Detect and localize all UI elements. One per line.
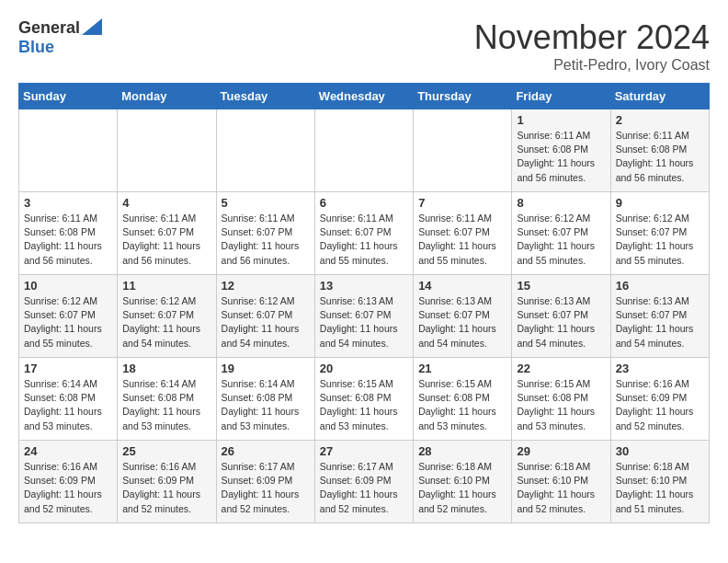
day-number: 17 <box>24 362 112 375</box>
weekday-header-row: SundayMondayTuesdayWednesdayThursdayFrid… <box>19 84 710 109</box>
day-number: 8 <box>517 196 605 210</box>
day-number: 29 <box>517 444 605 458</box>
calendar-cell: 29Sunrise: 6:18 AMSunset: 6:10 PMDayligh… <box>512 441 610 523</box>
weekday-header-saturday: Saturday <box>610 84 709 109</box>
calendar-cell: 1Sunrise: 6:11 AMSunset: 6:08 PMDaylight… <box>512 109 610 192</box>
day-info: Sunrise: 6:13 AMSunset: 6:07 PMDaylight:… <box>517 294 605 350</box>
calendar-cell: 10Sunrise: 6:12 AMSunset: 6:07 PMDayligh… <box>19 275 118 358</box>
day-number: 25 <box>122 444 210 458</box>
calendar-cell: 14Sunrise: 6:13 AMSunset: 6:07 PMDayligh… <box>414 275 512 358</box>
weekday-header-sunday: Sunday <box>19 84 118 109</box>
day-number: 5 <box>222 196 310 210</box>
calendar-cell: 22Sunrise: 6:15 AMSunset: 6:08 PMDayligh… <box>512 358 610 441</box>
calendar-cell: 7Sunrise: 6:11 AMSunset: 6:07 PMDaylight… <box>414 192 512 275</box>
day-info: Sunrise: 6:16 AMSunset: 6:09 PMDaylight:… <box>122 460 210 516</box>
day-info: Sunrise: 6:15 AMSunset: 6:08 PMDaylight:… <box>517 377 605 433</box>
day-info: Sunrise: 6:12 AMSunset: 6:07 PMDaylight:… <box>517 212 605 268</box>
day-info: Sunrise: 6:16 AMSunset: 6:09 PMDaylight:… <box>24 460 112 516</box>
calendar-cell: 19Sunrise: 6:14 AMSunset: 6:08 PMDayligh… <box>216 358 314 441</box>
day-number: 10 <box>24 279 112 293</box>
day-info: Sunrise: 6:11 AMSunset: 6:07 PMDaylight:… <box>418 212 506 268</box>
day-number: 3 <box>24 196 112 210</box>
day-info: Sunrise: 6:15 AMSunset: 6:08 PMDaylight:… <box>418 377 506 433</box>
day-number: 7 <box>418 196 506 210</box>
weekday-header-tuesday: Tuesday <box>216 84 314 109</box>
week-row-1: 1Sunrise: 6:11 AMSunset: 6:08 PMDaylight… <box>19 109 710 192</box>
day-number: 9 <box>616 196 704 210</box>
day-info: Sunrise: 6:12 AMSunset: 6:07 PMDaylight:… <box>616 212 704 268</box>
weekday-header-thursday: Thursday <box>414 84 512 109</box>
day-number: 15 <box>517 279 605 293</box>
week-row-5: 24Sunrise: 6:16 AMSunset: 6:09 PMDayligh… <box>19 441 710 523</box>
day-number: 2 <box>616 113 704 127</box>
day-info: Sunrise: 6:11 AMSunset: 6:08 PMDaylight:… <box>616 129 704 185</box>
day-info: Sunrise: 6:13 AMSunset: 6:07 PMDaylight:… <box>320 294 408 350</box>
calendar-body: 1Sunrise: 6:11 AMSunset: 6:08 PMDaylight… <box>19 109 710 523</box>
day-number: 24 <box>24 444 112 458</box>
logo-general: General <box>18 18 80 38</box>
day-number: 26 <box>222 444 310 458</box>
calendar-cell: 12Sunrise: 6:12 AMSunset: 6:07 PMDayligh… <box>216 275 314 358</box>
calendar-cell: 5Sunrise: 6:11 AMSunset: 6:07 PMDaylight… <box>216 192 314 275</box>
day-info: Sunrise: 6:12 AMSunset: 6:07 PMDaylight:… <box>122 294 210 350</box>
calendar-cell: 24Sunrise: 6:16 AMSunset: 6:09 PMDayligh… <box>19 441 118 523</box>
calendar-cell: 11Sunrise: 6:12 AMSunset: 6:07 PMDayligh… <box>118 275 216 358</box>
location-subtitle: Petit-Pedro, Ivory Coast <box>474 57 710 74</box>
calendar-cell: 13Sunrise: 6:13 AMSunset: 6:07 PMDayligh… <box>314 275 413 358</box>
calendar-cell: 8Sunrise: 6:12 AMSunset: 6:07 PMDaylight… <box>512 192 610 275</box>
calendar-cell <box>216 109 314 192</box>
calendar-cell: 15Sunrise: 6:13 AMSunset: 6:07 PMDayligh… <box>512 275 610 358</box>
calendar-cell: 4Sunrise: 6:11 AMSunset: 6:07 PMDaylight… <box>118 192 216 275</box>
day-number: 23 <box>616 362 704 375</box>
day-info: Sunrise: 6:11 AMSunset: 6:08 PMDaylight:… <box>517 129 605 185</box>
day-number: 21 <box>418 362 506 375</box>
logo: General Blue <box>18 18 102 57</box>
day-info: Sunrise: 6:13 AMSunset: 6:07 PMDaylight:… <box>616 294 704 350</box>
weekday-header-friday: Friday <box>512 84 610 109</box>
logo-icon <box>82 18 102 35</box>
calendar-cell: 27Sunrise: 6:17 AMSunset: 6:09 PMDayligh… <box>314 441 413 523</box>
day-number: 20 <box>320 362 408 375</box>
day-number: 14 <box>418 279 506 293</box>
day-number: 18 <box>122 362 210 375</box>
calendar-cell: 28Sunrise: 6:18 AMSunset: 6:10 PMDayligh… <box>414 441 512 523</box>
calendar-cell: 25Sunrise: 6:16 AMSunset: 6:09 PMDayligh… <box>118 441 216 523</box>
calendar-cell: 2Sunrise: 6:11 AMSunset: 6:08 PMDaylight… <box>610 109 709 192</box>
day-number: 4 <box>122 196 210 210</box>
day-number: 19 <box>222 362 310 375</box>
day-info: Sunrise: 6:13 AMSunset: 6:07 PMDaylight:… <box>418 294 506 350</box>
title-block: November 2024 Petit-Pedro, Ivory Coast <box>474 18 710 74</box>
calendar-cell: 3Sunrise: 6:11 AMSunset: 6:08 PMDaylight… <box>19 192 118 275</box>
day-info: Sunrise: 6:16 AMSunset: 6:09 PMDaylight:… <box>616 377 704 433</box>
day-number: 6 <box>320 196 408 210</box>
logo-blue: Blue <box>18 38 54 56</box>
day-number: 30 <box>616 444 704 458</box>
day-info: Sunrise: 6:14 AMSunset: 6:08 PMDaylight:… <box>222 377 310 433</box>
week-row-4: 17Sunrise: 6:14 AMSunset: 6:08 PMDayligh… <box>19 358 710 441</box>
calendar-cell: 23Sunrise: 6:16 AMSunset: 6:09 PMDayligh… <box>610 358 709 441</box>
day-number: 16 <box>616 279 704 293</box>
week-row-2: 3Sunrise: 6:11 AMSunset: 6:08 PMDaylight… <box>19 192 710 275</box>
day-info: Sunrise: 6:11 AMSunset: 6:07 PMDaylight:… <box>122 212 210 268</box>
day-number: 12 <box>222 279 310 293</box>
day-number: 11 <box>122 279 210 293</box>
day-info: Sunrise: 6:14 AMSunset: 6:08 PMDaylight:… <box>122 377 210 433</box>
calendar-cell: 6Sunrise: 6:11 AMSunset: 6:07 PMDaylight… <box>314 192 413 275</box>
day-info: Sunrise: 6:12 AMSunset: 6:07 PMDaylight:… <box>24 294 112 350</box>
month-title: November 2024 <box>474 18 710 57</box>
calendar-cell <box>414 109 512 192</box>
calendar-cell: 21Sunrise: 6:15 AMSunset: 6:08 PMDayligh… <box>414 358 512 441</box>
day-info: Sunrise: 6:18 AMSunset: 6:10 PMDaylight:… <box>616 460 704 516</box>
calendar-cell: 20Sunrise: 6:15 AMSunset: 6:08 PMDayligh… <box>314 358 413 441</box>
calendar-cell: 30Sunrise: 6:18 AMSunset: 6:10 PMDayligh… <box>610 441 709 523</box>
page-header: General Blue November 2024 Petit-Pedro, … <box>18 18 710 74</box>
calendar-cell: 17Sunrise: 6:14 AMSunset: 6:08 PMDayligh… <box>19 358 118 441</box>
calendar-cell: 26Sunrise: 6:17 AMSunset: 6:09 PMDayligh… <box>216 441 314 523</box>
calendar-cell <box>19 109 118 192</box>
calendar-cell <box>314 109 413 192</box>
day-number: 13 <box>320 279 408 293</box>
day-number: 22 <box>517 362 605 375</box>
calendar-cell <box>118 109 216 192</box>
day-info: Sunrise: 6:18 AMSunset: 6:10 PMDaylight:… <box>517 460 605 516</box>
day-info: Sunrise: 6:18 AMSunset: 6:10 PMDaylight:… <box>418 460 506 516</box>
